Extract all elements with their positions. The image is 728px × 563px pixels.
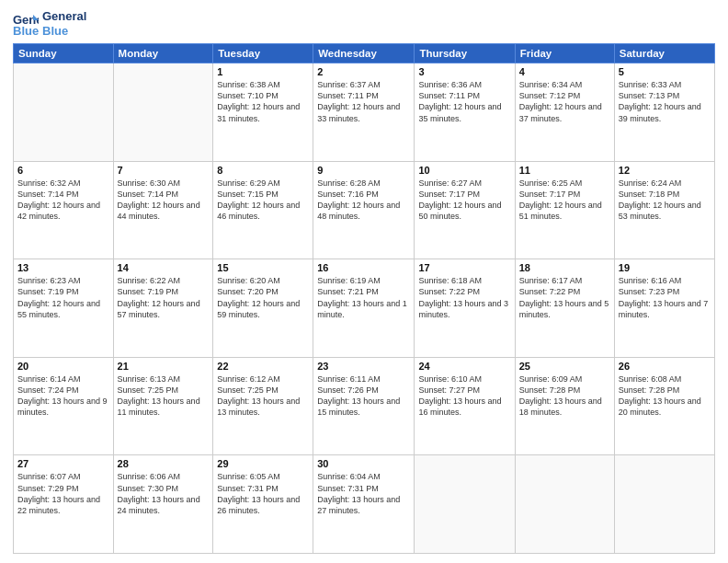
calendar-cell: 5Sunrise: 6:33 AM Sunset: 7:13 PM Daylig… [614,63,714,162]
day-number: 13 [17,262,109,273]
calendar-cell: 12Sunrise: 6:24 AM Sunset: 7:18 PM Dayli… [614,161,714,259]
day-info: Sunrise: 6:20 AM Sunset: 7:20 PM Dayligh… [217,275,309,320]
calendar-cell: 13Sunrise: 6:23 AM Sunset: 7:19 PM Dayli… [14,259,114,358]
calendar-cell: 22Sunrise: 6:12 AM Sunset: 7:25 PM Dayli… [213,357,313,455]
day-info: Sunrise: 6:12 AM Sunset: 7:25 PM Dayligh… [217,373,309,419]
calendar-cell: 29Sunrise: 6:05 AM Sunset: 7:31 PM Dayli… [213,455,313,554]
calendar-week-1: 1Sunrise: 6:38 AM Sunset: 7:10 PM Daylig… [14,63,715,162]
calendar-header-friday: Friday [515,44,614,63]
day-number: 15 [217,262,309,273]
day-number: 1 [217,66,309,77]
calendar-cell: 25Sunrise: 6:09 AM Sunset: 7:28 PM Dayli… [515,357,614,455]
calendar-cell: 27Sunrise: 6:07 AM Sunset: 7:29 PM Dayli… [14,455,114,554]
calendar-cell [614,455,714,554]
day-info: Sunrise: 6:24 AM Sunset: 7:18 PM Dayligh… [619,178,711,223]
day-number: 5 [619,66,711,77]
day-number: 7 [118,165,210,176]
calendar-cell: 4Sunrise: 6:34 AM Sunset: 7:12 PM Daylig… [515,63,614,162]
calendar-cell: 16Sunrise: 6:19 AM Sunset: 7:21 PM Dayli… [313,259,415,358]
day-info: Sunrise: 6:23 AM Sunset: 7:19 PM Dayligh… [17,275,109,320]
day-info: Sunrise: 6:09 AM Sunset: 7:28 PM Dayligh… [519,373,610,419]
day-number: 21 [118,361,210,372]
calendar-cell [515,455,614,554]
day-number: 16 [317,262,410,273]
day-number: 28 [118,458,210,469]
day-info: Sunrise: 6:07 AM Sunset: 7:29 PM Dayligh… [17,471,109,516]
calendar-cell: 15Sunrise: 6:20 AM Sunset: 7:20 PM Dayli… [213,259,313,358]
calendar-cell: 24Sunrise: 6:10 AM Sunset: 7:27 PM Dayli… [415,357,515,455]
day-info: Sunrise: 6:06 AM Sunset: 7:30 PM Dayligh… [118,471,210,516]
day-info: Sunrise: 6:05 AM Sunset: 7:31 PM Dayligh… [217,471,309,516]
day-number: 30 [317,458,410,469]
day-number: 25 [519,361,610,372]
day-number: 4 [519,66,610,77]
day-number: 11 [519,165,610,176]
calendar-header-tuesday: Tuesday [213,44,313,63]
day-number: 18 [519,262,610,273]
day-info: Sunrise: 6:18 AM Sunset: 7:22 PM Dayligh… [418,275,510,320]
day-info: Sunrise: 6:08 AM Sunset: 7:28 PM Dayligh… [619,373,711,419]
calendar-header-monday: Monday [113,44,213,63]
day-info: Sunrise: 6:13 AM Sunset: 7:25 PM Dayligh… [118,373,210,419]
calendar-header-sunday: Sunday [14,44,114,63]
day-info: Sunrise: 6:14 AM Sunset: 7:24 PM Dayligh… [17,373,109,419]
day-number: 2 [317,66,410,77]
calendar-week-5: 27Sunrise: 6:07 AM Sunset: 7:29 PM Dayli… [14,455,715,554]
calendar-week-3: 13Sunrise: 6:23 AM Sunset: 7:19 PM Dayli… [14,259,715,358]
svg-text:Blue: Blue [13,24,39,37]
calendar-cell: 28Sunrise: 6:06 AM Sunset: 7:30 PM Dayli… [113,455,213,554]
calendar-week-2: 6Sunrise: 6:32 AM Sunset: 7:14 PM Daylig… [14,161,715,259]
day-number: 10 [418,165,510,176]
calendar-cell: 18Sunrise: 6:17 AM Sunset: 7:22 PM Dayli… [515,259,614,358]
day-number: 17 [418,262,510,273]
day-info: Sunrise: 6:04 AM Sunset: 7:31 PM Dayligh… [317,471,410,516]
calendar-header-thursday: Thursday [415,44,515,63]
calendar-cell: 21Sunrise: 6:13 AM Sunset: 7:25 PM Dayli… [113,357,213,455]
calendar-cell: 7Sunrise: 6:30 AM Sunset: 7:14 PM Daylig… [113,161,213,259]
calendar-header-saturday: Saturday [614,44,714,63]
day-number: 29 [217,458,309,469]
day-info: Sunrise: 6:36 AM Sunset: 7:11 PM Dayligh… [418,79,510,124]
day-number: 23 [317,361,410,372]
calendar-cell: 11Sunrise: 6:25 AM Sunset: 7:17 PM Dayli… [515,161,614,259]
header: General Blue General Blue [13,9,715,38]
day-number: 6 [17,165,109,176]
calendar-cell [415,455,515,554]
calendar-cell: 30Sunrise: 6:04 AM Sunset: 7:31 PM Dayli… [313,455,415,554]
day-info: Sunrise: 6:19 AM Sunset: 7:21 PM Dayligh… [317,275,410,320]
logo: General Blue General Blue [13,9,86,38]
calendar-cell: 17Sunrise: 6:18 AM Sunset: 7:22 PM Dayli… [415,259,515,358]
day-info: Sunrise: 6:37 AM Sunset: 7:11 PM Dayligh… [317,79,410,124]
day-info: Sunrise: 6:10 AM Sunset: 7:27 PM Dayligh… [418,373,510,419]
day-number: 19 [619,262,711,273]
day-info: Sunrise: 6:17 AM Sunset: 7:22 PM Dayligh… [519,275,610,320]
day-info: Sunrise: 6:32 AM Sunset: 7:14 PM Dayligh… [17,178,109,223]
calendar-header-row: SundayMondayTuesdayWednesdayThursdayFrid… [14,44,715,63]
calendar-cell: 23Sunrise: 6:11 AM Sunset: 7:26 PM Dayli… [313,357,415,455]
calendar-cell [14,63,114,162]
calendar-cell: 6Sunrise: 6:32 AM Sunset: 7:14 PM Daylig… [14,161,114,259]
calendar-cell: 26Sunrise: 6:08 AM Sunset: 7:28 PM Dayli… [614,357,714,455]
day-info: Sunrise: 6:34 AM Sunset: 7:12 PM Dayligh… [519,79,610,124]
day-number: 24 [418,361,510,372]
calendar-cell: 10Sunrise: 6:27 AM Sunset: 7:17 PM Dayli… [415,161,515,259]
calendar-cell: 19Sunrise: 6:16 AM Sunset: 7:23 PM Dayli… [614,259,714,358]
day-info: Sunrise: 6:16 AM Sunset: 7:23 PM Dayligh… [619,275,711,320]
day-number: 12 [619,165,711,176]
calendar-header-wednesday: Wednesday [313,44,415,63]
day-number: 26 [619,361,711,372]
day-number: 8 [217,165,309,176]
logo-icon: General Blue [13,11,39,37]
day-info: Sunrise: 6:33 AM Sunset: 7:13 PM Dayligh… [619,79,711,124]
page: General Blue General Blue SundayMondayTu… [0,0,728,563]
day-info: Sunrise: 6:38 AM Sunset: 7:10 PM Dayligh… [217,79,309,124]
day-info: Sunrise: 6:11 AM Sunset: 7:26 PM Dayligh… [317,373,410,419]
calendar-cell: 9Sunrise: 6:28 AM Sunset: 7:16 PM Daylig… [313,161,415,259]
calendar-week-4: 20Sunrise: 6:14 AM Sunset: 7:24 PM Dayli… [14,357,715,455]
calendar-cell [113,63,213,162]
day-info: Sunrise: 6:25 AM Sunset: 7:17 PM Dayligh… [519,178,610,223]
day-number: 22 [217,361,309,372]
day-info: Sunrise: 6:27 AM Sunset: 7:17 PM Dayligh… [418,178,510,223]
day-number: 14 [118,262,210,273]
day-number: 3 [418,66,510,77]
